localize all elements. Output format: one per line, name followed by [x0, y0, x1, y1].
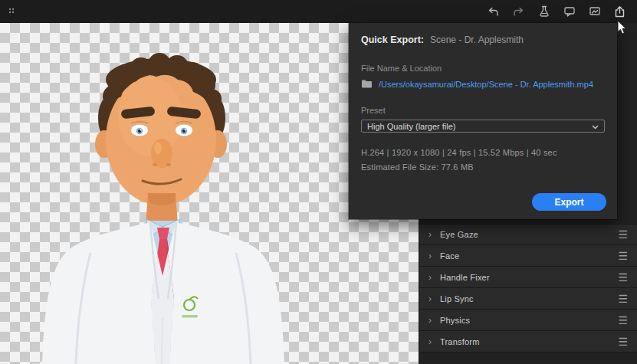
row-menu-icon[interactable]: ☰ — [618, 272, 628, 283]
app-menu-icon[interactable] — [6, 5, 19, 18]
file-section-label: File Name & Location — [361, 64, 605, 73]
row-menu-icon[interactable]: ☰ — [618, 229, 628, 240]
prop-row-label: Physics — [440, 316, 618, 325]
chevron-right-icon[interactable]: › — [428, 251, 432, 261]
lab-icon[interactable] — [537, 5, 550, 18]
redo-icon[interactable] — [512, 5, 525, 18]
chevron-right-icon[interactable]: › — [428, 337, 432, 346]
popup-title-label: Quick Export: — [361, 34, 424, 45]
chevron-right-icon[interactable]: › — [428, 316, 432, 325]
scene-view-icon[interactable] — [588, 5, 601, 18]
prop-row-face[interactable]: › Face ☰ — [419, 245, 637, 267]
chevron-right-icon[interactable]: › — [428, 294, 432, 303]
prop-row-label: Face — [440, 251, 618, 261]
prop-row-lip-sync[interactable]: › Lip Sync ☰ — [419, 288, 637, 310]
row-menu-icon[interactable]: ☰ — [618, 293, 628, 304]
quick-export-popup: Quick Export:Scene - Dr. Applesmith File… — [349, 23, 617, 219]
prop-row-transform[interactable]: › Transform ☰ — [419, 331, 637, 353]
prop-row-label: Handle Fixer — [440, 273, 618, 282]
chevron-right-icon[interactable]: › — [428, 230, 432, 239]
prop-row-label: Eye Gaze — [440, 230, 618, 239]
prop-row-label: Lip Sync — [440, 294, 618, 303]
export-file-path-link[interactable]: /Users/okaysamurai/Desktop/Scene - Dr. A… — [379, 80, 593, 89]
prop-row-handle-fixer[interactable]: › Handle Fixer ☰ — [419, 267, 637, 288]
row-menu-icon[interactable]: ☰ — [618, 251, 628, 261]
export-button[interactable]: Export — [532, 193, 606, 211]
popup-scene-name: Scene - Dr. Applesmith — [430, 34, 524, 45]
export-format-info: H.264 | 1920 x 1080 | 24 fps | 15.52 Mbp… — [361, 148, 605, 157]
prop-row-physics[interactable]: › Physics ☰ — [419, 310, 637, 331]
estimated-file-size: Estimated File Size: 77.6 MB — [361, 162, 605, 172]
preset-dropdown[interactable]: High Quality (larger file) — [361, 120, 605, 133]
popup-title: Quick Export:Scene - Dr. Applesmith — [361, 34, 605, 45]
row-menu-icon[interactable]: ☰ — [618, 315, 628, 326]
preset-label: Preset — [361, 106, 605, 115]
top-toolbar — [0, 0, 637, 23]
prop-row-label: Transform — [440, 337, 618, 346]
folder-icon[interactable] — [361, 79, 373, 89]
undo-icon[interactable] — [487, 5, 500, 18]
app-window: › Eye Gaze ☰ › Face ☰ › Handle Fixer ☰ ›… — [0, 0, 637, 364]
row-menu-icon[interactable]: ☰ — [618, 336, 628, 347]
preset-dropdown-value: High Quality (larger file) — [367, 122, 456, 131]
share-export-icon[interactable] — [613, 5, 626, 18]
prop-row-eye-gaze[interactable]: › Eye Gaze ☰ — [419, 224, 637, 245]
comments-icon[interactable] — [563, 5, 576, 18]
chevron-down-icon — [592, 122, 599, 131]
chevron-right-icon[interactable]: › — [428, 273, 432, 282]
